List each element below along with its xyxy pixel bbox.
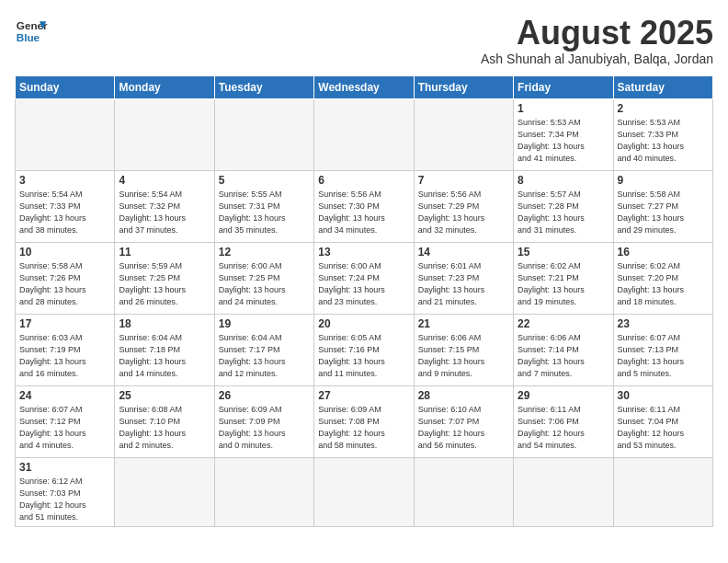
header: General Blue August 2025 Ash Shunah al J… [15,15,713,66]
day-number: 17 [19,317,110,330]
calendar-cell [214,457,313,526]
day-number: 4 [119,174,210,187]
header-saturday: Saturday [613,75,712,98]
header-wednesday: Wednesday [314,75,414,98]
day-info: Sunrise: 5:58 AM Sunset: 7:26 PM Dayligh… [19,260,110,308]
calendar-cell: 22Sunrise: 6:06 AM Sunset: 7:14 PM Dayli… [514,314,613,385]
calendar-cell: 26Sunrise: 6:09 AM Sunset: 7:09 PM Dayli… [214,385,313,457]
day-number: 12 [219,246,310,259]
calendar-cell: 27Sunrise: 6:09 AM Sunset: 7:08 PM Dayli… [314,385,414,457]
calendar-cell: 8Sunrise: 5:57 AM Sunset: 7:28 PM Daylig… [514,170,613,242]
calendar-cell: 20Sunrise: 6:05 AM Sunset: 7:16 PM Dayli… [314,314,414,385]
calendar-week-5: 31Sunrise: 6:12 AM Sunset: 7:03 PM Dayli… [16,457,713,526]
calendar-cell: 7Sunrise: 5:56 AM Sunset: 7:29 PM Daylig… [414,170,513,242]
day-info: Sunrise: 6:09 AM Sunset: 7:08 PM Dayligh… [318,404,409,452]
calendar-cell: 16Sunrise: 6:02 AM Sunset: 7:20 PM Dayli… [613,242,712,314]
page-wrapper: General Blue August 2025 Ash Shunah al J… [15,15,713,527]
calendar-cell [414,98,513,170]
day-info: Sunrise: 6:04 AM Sunset: 7:18 PM Dayligh… [119,332,210,380]
day-info: Sunrise: 5:57 AM Sunset: 7:28 PM Dayligh… [518,189,609,236]
calendar-cell: 18Sunrise: 6:04 AM Sunset: 7:18 PM Dayli… [115,314,214,385]
calendar-cell: 10Sunrise: 5:58 AM Sunset: 7:26 PM Dayli… [16,242,115,314]
calendar-cell: 30Sunrise: 6:11 AM Sunset: 7:04 PM Dayli… [613,385,712,457]
day-number: 27 [318,389,409,402]
day-number: 7 [418,174,509,187]
day-info: Sunrise: 6:03 AM Sunset: 7:19 PM Dayligh… [19,332,110,380]
calendar-cell [314,98,414,170]
calendar-week-3: 17Sunrise: 6:03 AM Sunset: 7:19 PM Dayli… [16,314,713,385]
day-number: 24 [19,389,110,402]
day-number: 15 [518,246,609,259]
day-info: Sunrise: 6:11 AM Sunset: 7:04 PM Dayligh… [618,404,709,452]
calendar-cell: 2Sunrise: 5:53 AM Sunset: 7:33 PM Daylig… [613,98,712,170]
day-info: Sunrise: 6:05 AM Sunset: 7:16 PM Dayligh… [318,332,409,380]
calendar-cell [214,98,313,170]
day-info: Sunrise: 6:07 AM Sunset: 7:13 PM Dayligh… [618,332,709,380]
day-number: 21 [418,317,509,330]
calendar-subtitle: Ash Shunah al Janubiyah, Balqa, Jordan [481,52,713,66]
day-info: Sunrise: 5:56 AM Sunset: 7:30 PM Dayligh… [318,189,409,236]
day-info: Sunrise: 5:55 AM Sunset: 7:31 PM Dayligh… [219,189,310,236]
header-monday: Monday [115,75,214,98]
day-number: 9 [618,174,709,187]
calendar-cell: 6Sunrise: 5:56 AM Sunset: 7:30 PM Daylig… [314,170,414,242]
calendar-cell: 23Sunrise: 6:07 AM Sunset: 7:13 PM Dayli… [613,314,712,385]
day-number: 30 [618,389,709,402]
day-number: 31 [19,461,110,474]
day-info: Sunrise: 5:53 AM Sunset: 7:33 PM Dayligh… [618,117,709,165]
day-info: Sunrise: 6:02 AM Sunset: 7:20 PM Dayligh… [618,260,709,308]
logo-icon: General Blue [15,15,48,48]
day-info: Sunrise: 6:09 AM Sunset: 7:09 PM Dayligh… [219,404,310,452]
day-info: Sunrise: 6:04 AM Sunset: 7:17 PM Dayligh… [219,332,310,380]
header-friday: Friday [514,75,613,98]
day-info: Sunrise: 6:06 AM Sunset: 7:14 PM Dayligh… [518,332,609,380]
day-number: 19 [219,317,310,330]
day-info: Sunrise: 5:54 AM Sunset: 7:33 PM Dayligh… [19,189,110,236]
header-thursday: Thursday [414,75,513,98]
day-number: 5 [219,174,310,187]
day-info: Sunrise: 6:01 AM Sunset: 7:23 PM Dayligh… [418,260,509,308]
header-sunday: Sunday [16,75,115,98]
day-info: Sunrise: 5:56 AM Sunset: 7:29 PM Dayligh… [418,189,509,236]
day-number: 28 [418,389,509,402]
day-number: 18 [119,317,210,330]
day-number: 10 [19,246,110,259]
calendar-cell: 19Sunrise: 6:04 AM Sunset: 7:17 PM Dayli… [214,314,313,385]
logo: General Blue [15,15,48,48]
calendar-table: Sunday Monday Tuesday Wednesday Thursday… [15,75,713,527]
calendar-cell: 5Sunrise: 5:55 AM Sunset: 7:31 PM Daylig… [214,170,313,242]
day-info: Sunrise: 5:59 AM Sunset: 7:25 PM Dayligh… [119,260,210,308]
calendar-cell: 17Sunrise: 6:03 AM Sunset: 7:19 PM Dayli… [16,314,115,385]
calendar-cell: 24Sunrise: 6:07 AM Sunset: 7:12 PM Dayli… [16,385,115,457]
day-number: 2 [618,102,709,115]
calendar-cell [16,98,115,170]
day-info: Sunrise: 6:06 AM Sunset: 7:15 PM Dayligh… [418,332,509,380]
calendar-cell [613,457,712,526]
day-number: 14 [418,246,509,259]
calendar-cell: 1Sunrise: 5:53 AM Sunset: 7:34 PM Daylig… [514,98,613,170]
calendar-cell: 15Sunrise: 6:02 AM Sunset: 7:21 PM Dayli… [514,242,613,314]
header-row: Sunday Monday Tuesday Wednesday Thursday… [16,75,713,98]
calendar-cell [514,457,613,526]
calendar-cell [115,457,214,526]
calendar-cell: 29Sunrise: 6:11 AM Sunset: 7:06 PM Dayli… [514,385,613,457]
calendar-cell: 4Sunrise: 5:54 AM Sunset: 7:32 PM Daylig… [115,170,214,242]
day-info: Sunrise: 6:02 AM Sunset: 7:21 PM Dayligh… [518,260,609,308]
calendar-cell: 28Sunrise: 6:10 AM Sunset: 7:07 PM Dayli… [414,385,513,457]
calendar-cell: 12Sunrise: 6:00 AM Sunset: 7:25 PM Dayli… [214,242,313,314]
day-info: Sunrise: 6:12 AM Sunset: 7:03 PM Dayligh… [19,476,110,523]
calendar-cell: 9Sunrise: 5:58 AM Sunset: 7:27 PM Daylig… [613,170,712,242]
calendar-cell [414,457,513,526]
calendar-cell: 13Sunrise: 6:00 AM Sunset: 7:24 PM Dayli… [314,242,414,314]
day-number: 16 [618,246,709,259]
day-number: 25 [119,389,210,402]
day-number: 23 [618,317,709,330]
day-info: Sunrise: 6:00 AM Sunset: 7:25 PM Dayligh… [219,260,310,308]
day-info: Sunrise: 6:08 AM Sunset: 7:10 PM Dayligh… [119,404,210,452]
calendar-week-4: 24Sunrise: 6:07 AM Sunset: 7:12 PM Dayli… [16,385,713,457]
day-number: 29 [518,389,609,402]
day-number: 22 [518,317,609,330]
day-number: 1 [518,102,609,115]
day-number: 8 [518,174,609,187]
calendar-week-2: 10Sunrise: 5:58 AM Sunset: 7:26 PM Dayli… [16,242,713,314]
